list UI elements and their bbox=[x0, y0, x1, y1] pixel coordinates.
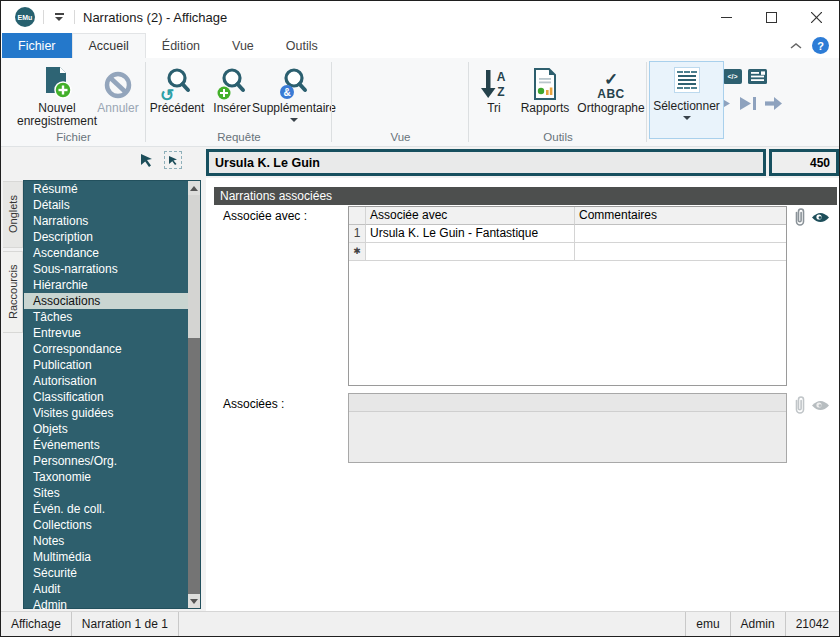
details-view-icon[interactable] bbox=[748, 68, 767, 85]
row-number-cell: 1 bbox=[349, 225, 366, 243]
associated-with-label: Associée avec : bbox=[223, 209, 307, 223]
sidebar-scrollbar[interactable] bbox=[188, 181, 200, 608]
status-port: 21042 bbox=[785, 612, 839, 636]
status-mode: Affichage bbox=[1, 612, 72, 636]
attach-icon[interactable] bbox=[792, 207, 808, 227]
tab-vue[interactable]: Vue bbox=[216, 33, 270, 58]
record-number-field[interactable]: 450 bbox=[769, 149, 839, 176]
sidebar-item-correspondance[interactable]: Correspondance bbox=[24, 341, 200, 357]
record-title-field[interactable]: Ursula K. Le Guin bbox=[206, 149, 766, 176]
sidebar-item-even-de-coll[interactable]: Évén. de coll. bbox=[24, 501, 200, 517]
group-label-outils: Outils bbox=[469, 131, 647, 143]
additional-button[interactable]: & Supplémentaire bbox=[256, 62, 332, 122]
dropdown-arrow-icon bbox=[683, 116, 691, 120]
sidebar-item-classification[interactable]: Classification bbox=[24, 389, 200, 405]
last-record-icon bbox=[738, 96, 757, 111]
commentaires-new-cell[interactable] bbox=[575, 243, 786, 261]
sidebar-item-taches[interactable]: Tâches bbox=[24, 309, 200, 325]
group-label-requete: Requête bbox=[146, 131, 332, 143]
sort-icon: A Z bbox=[480, 62, 508, 100]
sidebar-item-entrevue[interactable]: Entrevue bbox=[24, 325, 200, 341]
sidebar-item-associations[interactable]: Associations bbox=[24, 293, 200, 309]
associee-avec-new-cell[interactable] bbox=[366, 243, 575, 261]
status-server: emu bbox=[685, 612, 729, 636]
group-label-vue: Vue bbox=[332, 131, 469, 143]
associated-label: Associées : bbox=[223, 397, 284, 411]
tab-list: Résumé Détails Narrations Description As… bbox=[23, 180, 201, 609]
sidebar-item-description[interactable]: Description bbox=[24, 229, 200, 245]
spelling-button[interactable]: ✓ ABC Orthographe bbox=[575, 62, 647, 115]
dropdown-arrow-icon bbox=[290, 118, 298, 122]
quick-access-dropdown-icon[interactable] bbox=[52, 13, 66, 21]
select-button[interactable]: Sélectionner bbox=[649, 61, 724, 139]
main-area: Onglets Raccourcis Résumé Détails Narrat… bbox=[1, 178, 839, 611]
table-header-row: Associée avec Commentaires bbox=[349, 207, 786, 225]
sidebar-item-visites-guidees[interactable]: Visites guidées bbox=[24, 405, 200, 421]
minimize-button[interactable] bbox=[704, 1, 749, 33]
group-label-fichier: Fichier bbox=[1, 131, 146, 143]
associee-avec-cell[interactable]: Ursula K. Le Guin - Fantastique bbox=[366, 225, 575, 243]
sidebar-item-ascendance[interactable]: Ascendance bbox=[24, 245, 200, 261]
tab-accueil[interactable]: Accueil bbox=[72, 33, 146, 58]
status-bar: Affichage Narration 1 de 1 emu Admin 210… bbox=[1, 611, 839, 636]
help-button[interactable]: ? bbox=[812, 37, 829, 54]
side-tab-onglets[interactable]: Onglets bbox=[3, 181, 23, 248]
sidebar-item-autorisation[interactable]: Autorisation bbox=[24, 373, 200, 389]
sidebar-item-evenements[interactable]: Événements bbox=[24, 437, 200, 453]
scroll-down-icon[interactable] bbox=[188, 594, 200, 608]
goto-record-icon bbox=[764, 96, 783, 111]
previous-search-icon: ↺ bbox=[162, 62, 192, 100]
side-tab-raccourcis[interactable]: Raccourcis bbox=[3, 251, 23, 333]
svg-text:Z: Z bbox=[497, 85, 504, 99]
tab-outils[interactable]: Outils bbox=[270, 33, 334, 58]
ribbon-group-fichier: Nouvel enregistrement Annuler Fichier bbox=[1, 58, 146, 146]
reverse-association-table-disabled bbox=[348, 393, 787, 463]
select-record-icon[interactable] bbox=[164, 151, 182, 169]
sort-button[interactable]: A Z Tri bbox=[473, 62, 515, 115]
status-user: Admin bbox=[730, 612, 785, 636]
sidebar-item-publication[interactable]: Publication bbox=[24, 357, 200, 373]
code-view-icon[interactable]: </> bbox=[723, 68, 742, 85]
ribbon-group-requete: ↺ Précédent Insérer bbox=[146, 58, 332, 146]
sidebar-item-objets[interactable]: Objets bbox=[24, 421, 200, 437]
commentaires-cell[interactable] bbox=[575, 225, 786, 243]
view-attachment-eye-icon-disabled bbox=[811, 399, 830, 412]
pointer-cursor-icon[interactable] bbox=[139, 152, 154, 168]
select-icon bbox=[674, 67, 700, 93]
scrollbar-thumb[interactable] bbox=[188, 195, 200, 338]
sidebar-item-securite[interactable]: Sécurité bbox=[24, 565, 200, 581]
tab-fichier[interactable]: Fichier bbox=[2, 33, 72, 58]
reports-button[interactable]: Rapports bbox=[515, 62, 575, 115]
sidebar-item-details[interactable]: Détails bbox=[24, 197, 200, 213]
scroll-up-icon[interactable] bbox=[188, 181, 200, 195]
sidebar-item-sites[interactable]: Sites bbox=[24, 485, 200, 501]
maximize-button[interactable] bbox=[749, 1, 794, 33]
new-record-button[interactable]: Nouvel enregistrement bbox=[15, 62, 99, 128]
spellcheck-icon: ✓ ABC bbox=[597, 62, 625, 100]
sidebar-item-narrations[interactable]: Narrations bbox=[24, 213, 200, 229]
cancel-icon bbox=[103, 62, 133, 100]
sidebar-item-notes[interactable]: Notes bbox=[24, 533, 200, 549]
title-bar: EMu Narrations (2) - Affichage bbox=[1, 1, 839, 33]
column-header-associee-avec[interactable]: Associée avec bbox=[366, 207, 575, 225]
sidebar-item-hierarchie[interactable]: Hiérarchie bbox=[24, 277, 200, 293]
sidebar-item-collections[interactable]: Collections bbox=[24, 517, 200, 533]
insert-button[interactable]: Insérer bbox=[208, 62, 256, 115]
view-attachment-eye-icon[interactable] bbox=[811, 211, 830, 224]
previous-button[interactable]: ↺ Précédent bbox=[146, 62, 208, 115]
sidebar-item-multimedia[interactable]: Multimédia bbox=[24, 549, 200, 565]
sidebar-item-taxonomie[interactable]: Taxonomie bbox=[24, 469, 200, 485]
sidebar-item-resume[interactable]: Résumé bbox=[24, 181, 200, 197]
sidebar-item-audit[interactable]: Audit bbox=[24, 581, 200, 597]
sidebar-item-sous-narrations[interactable]: Sous-narrations bbox=[24, 261, 200, 277]
ribbon-tab-bar: Fichier Accueil Édition Vue Outils ? bbox=[1, 33, 839, 58]
tab-edition[interactable]: Édition bbox=[146, 33, 216, 58]
collapse-ribbon-icon[interactable] bbox=[790, 42, 802, 50]
status-record-info: Narration 1 de 1 bbox=[72, 612, 179, 636]
divider bbox=[43, 10, 44, 24]
ribbon-group-vue: </> Vue bbox=[332, 58, 469, 146]
row-number-header[interactable] bbox=[349, 207, 366, 225]
column-header-commentaires[interactable]: Commentaires bbox=[575, 207, 786, 225]
sidebar-item-personnes-org[interactable]: Personnes/Org. bbox=[24, 453, 200, 469]
close-button[interactable] bbox=[794, 1, 839, 33]
